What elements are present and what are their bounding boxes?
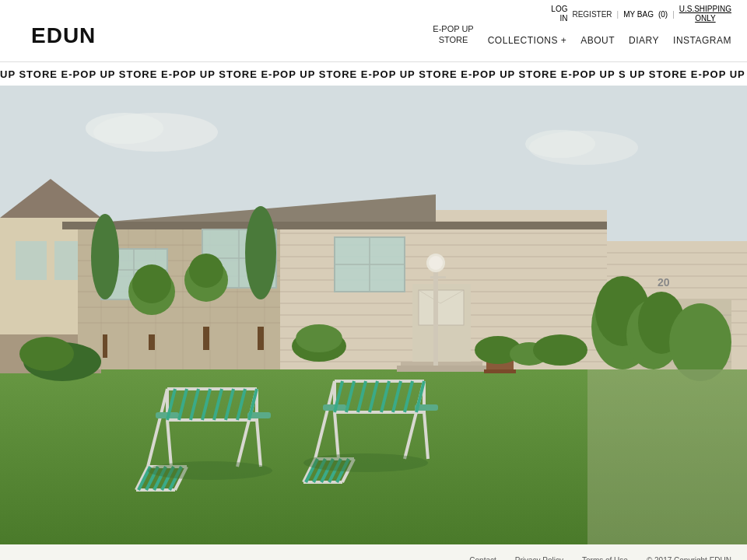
divider1: | xyxy=(617,10,619,19)
svg-point-105 xyxy=(19,337,74,371)
nav-collections[interactable]: COLLECTIONS + xyxy=(488,35,567,46)
bag-count: (0) xyxy=(658,10,668,19)
main-nav: E-POP UPSTORE COLLECTIONS + ABOUT DIARY … xyxy=(0,23,747,52)
svg-text:20: 20 xyxy=(658,276,670,289)
us-shipping: U.S.SHIPPINGONLY xyxy=(679,5,731,23)
top-bar: LOGIN REGISTER | MY BAG (0) | U.S.SHIPPI… xyxy=(0,0,747,23)
my-bag-label: MY BAG xyxy=(623,10,654,19)
nav-about[interactable]: ABOUT xyxy=(580,35,615,46)
svg-rect-43 xyxy=(62,222,607,229)
nav-epop[interactable]: E-POP UPSTORE xyxy=(433,23,473,46)
hero-image: 20 xyxy=(0,86,747,544)
nav-diary[interactable]: DIARY xyxy=(629,35,659,46)
svg-point-98 xyxy=(533,334,587,366)
svg-point-87 xyxy=(132,264,171,303)
svg-rect-66 xyxy=(433,264,438,366)
svg-rect-85 xyxy=(103,334,107,358)
ticker-text: UP STORE E-POP UP STORE E-POP UP STORE E… xyxy=(0,68,747,80)
nav-instagram[interactable]: INSTAGRAM xyxy=(673,35,731,46)
footer-terms[interactable]: Terms of Use xyxy=(582,556,628,561)
svg-rect-10 xyxy=(16,241,47,280)
site-logo[interactable]: EDUN xyxy=(31,23,96,48)
svg-point-95 xyxy=(296,324,342,352)
svg-point-84 xyxy=(91,214,119,299)
svg-rect-69 xyxy=(430,276,446,278)
svg-point-68 xyxy=(429,256,443,270)
svg-rect-93 xyxy=(258,327,264,350)
svg-rect-65 xyxy=(397,366,486,372)
footer: Contact Privacy Policy Terms of Use © 20… xyxy=(0,544,747,560)
svg-rect-62 xyxy=(419,290,464,325)
footer-copyright: © 2017 Copyright EDUN xyxy=(647,556,731,561)
footer-contact[interactable]: Contact xyxy=(469,556,496,561)
svg-point-162 xyxy=(303,453,428,472)
svg-rect-88 xyxy=(149,334,155,350)
svg-rect-83 xyxy=(484,369,516,373)
svg-point-161 xyxy=(148,461,272,480)
footer-privacy[interactable]: Privacy Policy xyxy=(515,556,563,561)
svg-point-90 xyxy=(189,254,223,288)
svg-rect-91 xyxy=(203,327,209,350)
ticker-bar: UP STORE E-POP UP STORE E-POP UP STORE E… xyxy=(0,62,747,86)
svg-point-92 xyxy=(245,206,276,299)
svg-point-3 xyxy=(86,113,163,144)
log-in-label: LOGIN xyxy=(551,5,567,23)
divider2: | xyxy=(672,10,675,19)
svg-rect-106 xyxy=(587,369,747,544)
svg-point-5 xyxy=(525,130,595,158)
register-link[interactable]: REGISTER xyxy=(572,10,612,19)
